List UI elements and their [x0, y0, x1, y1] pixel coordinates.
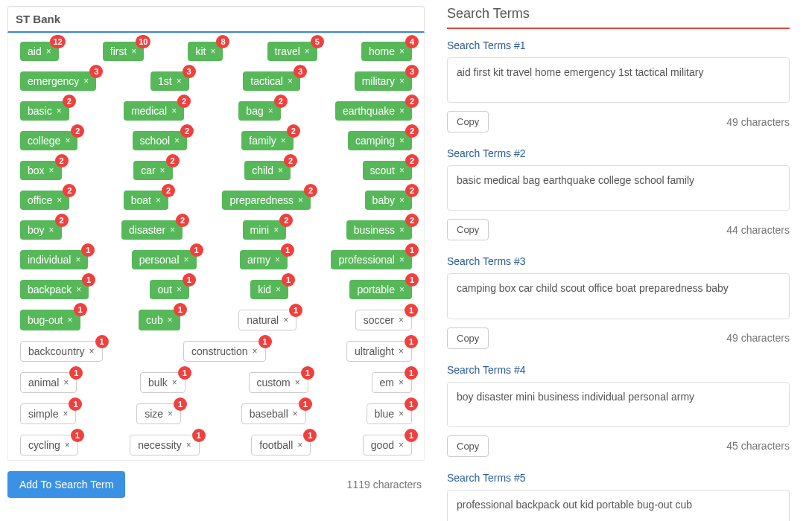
- close-icon[interactable]: ×: [399, 77, 405, 86]
- copy-button[interactable]: Copy: [447, 435, 489, 457]
- close-icon[interactable]: ×: [177, 285, 182, 294]
- tag-chip[interactable]: tactical×3: [243, 71, 300, 91]
- close-icon[interactable]: ×: [65, 441, 70, 450]
- tag-chip[interactable]: kit×8: [188, 42, 223, 61]
- tag-chip[interactable]: good×1: [363, 435, 412, 456]
- tag-chip[interactable]: camping×2: [348, 131, 412, 150]
- close-icon[interactable]: ×: [298, 196, 303, 205]
- close-icon[interactable]: ×: [89, 347, 94, 356]
- close-icon[interactable]: ×: [399, 378, 404, 387]
- close-icon[interactable]: ×: [399, 347, 404, 356]
- tag-chip[interactable]: football×1: [251, 435, 311, 456]
- tag-chip[interactable]: emergency×3: [20, 71, 96, 91]
- tag-chip[interactable]: earthquake×2: [335, 101, 412, 121]
- close-icon[interactable]: ×: [131, 47, 136, 56]
- close-icon[interactable]: ×: [160, 166, 165, 175]
- tag-chip[interactable]: boy×2: [20, 220, 62, 240]
- close-icon[interactable]: ×: [156, 196, 161, 205]
- tag-chip[interactable]: child×2: [244, 161, 291, 180]
- close-icon[interactable]: ×: [399, 226, 405, 234]
- close-icon[interactable]: ×: [399, 409, 404, 418]
- tag-chip[interactable]: boat×2: [124, 191, 168, 210]
- tag-chip[interactable]: out×1: [150, 280, 188, 299]
- close-icon[interactable]: ×: [273, 226, 279, 234]
- tag-chip[interactable]: animal×1: [20, 372, 77, 393]
- search-term-textarea[interactable]: boy disaster mini business individual pe…: [447, 382, 790, 427]
- close-icon[interactable]: ×: [281, 136, 286, 145]
- tag-chip[interactable]: army×1: [240, 250, 288, 269]
- close-icon[interactable]: ×: [63, 378, 69, 387]
- close-icon[interactable]: ×: [399, 166, 405, 175]
- close-icon[interactable]: ×: [168, 316, 173, 325]
- tag-chip[interactable]: ultralight×1: [346, 341, 412, 362]
- tag-chip[interactable]: size×1: [136, 403, 181, 424]
- tag-chip[interactable]: cycling×1: [20, 435, 78, 456]
- close-icon[interactable]: ×: [65, 136, 70, 145]
- tag-chip[interactable]: medical×2: [124, 101, 184, 121]
- tag-chip[interactable]: backcountry×1: [20, 341, 103, 362]
- add-to-search-term-button[interactable]: Add To Search Term: [7, 471, 125, 498]
- close-icon[interactable]: ×: [49, 166, 54, 175]
- tag-chip[interactable]: school×2: [133, 131, 187, 150]
- tag-chip[interactable]: construction×1: [183, 341, 266, 362]
- tag-chip[interactable]: kid×1: [250, 280, 288, 299]
- tag-chip[interactable]: military×3: [355, 71, 412, 91]
- close-icon[interactable]: ×: [399, 316, 404, 325]
- tag-chip[interactable]: travel×5: [267, 42, 317, 61]
- close-icon[interactable]: ×: [399, 196, 405, 205]
- close-icon[interactable]: ×: [46, 47, 51, 56]
- tag-chip[interactable]: cub×1: [139, 310, 180, 330]
- search-term-textarea[interactable]: camping box car child scout office boat …: [447, 273, 790, 319]
- tag-chip[interactable]: personal×1: [132, 250, 197, 269]
- tag-chip[interactable]: disaster×2: [121, 220, 183, 240]
- close-icon[interactable]: ×: [399, 255, 405, 264]
- close-icon[interactable]: ×: [57, 106, 62, 115]
- st-bank-title-input[interactable]: [7, 6, 425, 33]
- tag-chip[interactable]: scout×2: [363, 161, 412, 180]
- close-icon[interactable]: ×: [399, 136, 405, 145]
- close-icon[interactable]: ×: [184, 255, 189, 264]
- search-term-textarea[interactable]: professional backpack out kid portable b…: [447, 490, 790, 521]
- tag-chip[interactable]: backpack×1: [20, 280, 89, 299]
- search-term-textarea[interactable]: basic medical bag earthquake college sch…: [447, 165, 790, 211]
- close-icon[interactable]: ×: [186, 441, 191, 450]
- tag-chip[interactable]: necessity×1: [130, 435, 199, 456]
- tag-chip[interactable]: portable×1: [349, 280, 412, 299]
- close-icon[interactable]: ×: [174, 136, 180, 145]
- close-icon[interactable]: ×: [177, 77, 182, 86]
- search-term-textarea[interactable]: aid first kit travel home emergency 1st …: [447, 57, 790, 103]
- tag-chip[interactable]: first×10: [103, 42, 145, 61]
- close-icon[interactable]: ×: [76, 285, 81, 294]
- close-icon[interactable]: ×: [399, 441, 404, 450]
- copy-button[interactable]: Copy: [447, 219, 489, 240]
- tag-chip[interactable]: preparedness×2: [222, 191, 311, 210]
- close-icon[interactable]: ×: [293, 409, 298, 418]
- tag-chip[interactable]: mini×2: [243, 220, 287, 240]
- tag-chip[interactable]: box×2: [20, 161, 62, 180]
- close-icon[interactable]: ×: [275, 255, 280, 264]
- tag-chip[interactable]: bag×2: [238, 101, 280, 121]
- close-icon[interactable]: ×: [288, 77, 293, 86]
- tag-chip[interactable]: basic×2: [20, 101, 69, 121]
- close-icon[interactable]: ×: [268, 106, 273, 115]
- close-icon[interactable]: ×: [399, 106, 405, 115]
- tag-chip[interactable]: aid×12: [20, 42, 59, 61]
- close-icon[interactable]: ×: [57, 196, 62, 205]
- tag-chip[interactable]: bug-out×1: [20, 310, 80, 330]
- close-icon[interactable]: ×: [253, 347, 258, 356]
- tag-chip[interactable]: baseball×1: [241, 403, 306, 424]
- tag-chip[interactable]: blue×1: [367, 403, 412, 424]
- tag-chip[interactable]: baby×2: [365, 191, 412, 210]
- close-icon[interactable]: ×: [276, 285, 281, 294]
- tag-chip[interactable]: simple×1: [20, 403, 76, 424]
- close-icon[interactable]: ×: [63, 409, 68, 418]
- close-icon[interactable]: ×: [210, 47, 215, 56]
- tag-chip[interactable]: individual×1: [20, 250, 88, 269]
- close-icon[interactable]: ×: [305, 47, 310, 56]
- tag-area[interactable]: aid×12first×10kit×8travel×5home×4emergen…: [7, 33, 425, 461]
- tag-chip[interactable]: car×2: [133, 161, 172, 180]
- close-icon[interactable]: ×: [283, 316, 288, 325]
- close-icon[interactable]: ×: [172, 378, 177, 387]
- close-icon[interactable]: ×: [67, 316, 72, 325]
- tag-chip[interactable]: soccer×1: [355, 310, 412, 330]
